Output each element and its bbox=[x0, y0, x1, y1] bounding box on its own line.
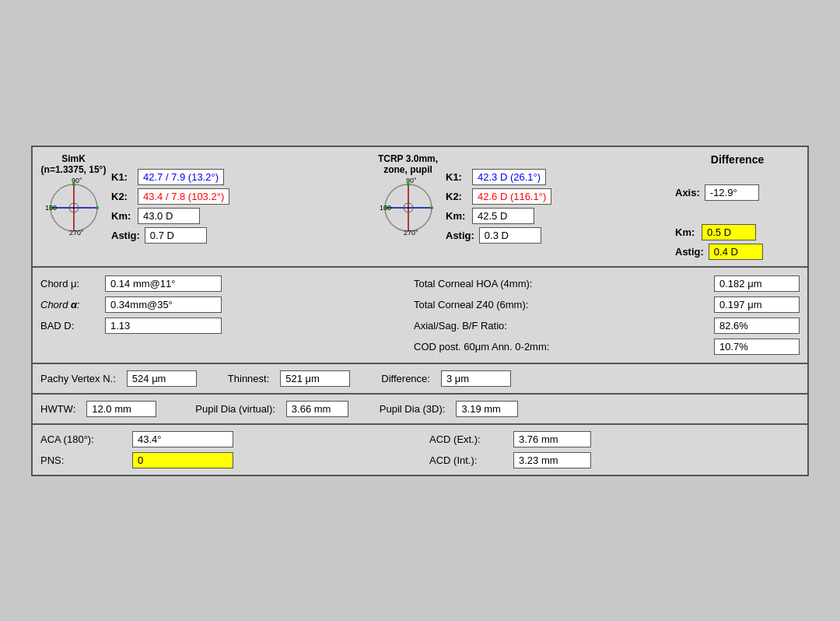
section-metrics: Chord μ: 0.14 mm@11° Chord α: 0.34mm@35°… bbox=[33, 268, 807, 364]
acd-int-label: ACD (Int.): bbox=[429, 454, 507, 466]
aca-label: ACA (180°): bbox=[40, 433, 126, 445]
tcrp-k2-value: 42.6 D (116.1°) bbox=[472, 188, 551, 205]
z40-label: Total Corneal Z40 (6mm): bbox=[414, 299, 708, 310]
pns-row: PNS: 0 bbox=[40, 452, 429, 468]
diff-axis-value: -12.9° bbox=[705, 184, 759, 201]
tcrp-k1-label: K1: bbox=[446, 171, 467, 183]
acd-int-row: ACD (Int.): 3.23 mm bbox=[429, 452, 800, 468]
simk-astig-row: Astig: 0.7 D bbox=[111, 227, 229, 244]
pachy-diff-label: Difference: bbox=[381, 373, 430, 384]
chord-alpha-label: Chord α: bbox=[40, 299, 99, 310]
pachy-diff-value: 3 μm bbox=[441, 370, 511, 387]
aca-left: ACA (180°): 43.4° PNS: 0 bbox=[40, 431, 429, 468]
chord-mu-label: Chord μ: bbox=[40, 278, 99, 289]
pupil-3d-value: 3.19 mm bbox=[456, 401, 518, 417]
svg-text:270°: 270° bbox=[404, 229, 418, 237]
thinnest-label: Thinnest: bbox=[228, 373, 269, 384]
hoa-value: 0.182 μm bbox=[714, 275, 800, 292]
svg-point-19 bbox=[383, 206, 387, 209]
cod-label: COD post. 60μm Ann. 0-2mm: bbox=[414, 341, 708, 353]
chord-mu-row: Chord μ: 0.14 mm@11° bbox=[40, 275, 398, 292]
section-hwtw: HWTW: 12.0 mm Pupil Dia (virtual): 3.66 … bbox=[33, 395, 807, 425]
svg-point-8 bbox=[96, 206, 99, 209]
pachy-label: Pachy Vertex N.: bbox=[40, 373, 116, 384]
simk-astig-label: Astig: bbox=[111, 230, 140, 241]
chord-alpha-row: Chord α: 0.34mm@35° bbox=[40, 296, 398, 313]
diff-astig-value: 0.4 D bbox=[709, 244, 763, 260]
simk-k1-value: 42.7 / 7.9 (13.2°) bbox=[138, 169, 224, 185]
section-aca: ACA (180°): 43.4° PNS: 0 ACD (Ext.): 3.7… bbox=[33, 425, 807, 475]
z40-row: Total Corneal Z40 (6mm): 0.197 μm bbox=[414, 296, 800, 313]
pupil-virtual-label: Pupil Dia (virtual): bbox=[195, 403, 275, 415]
z40-value: 0.197 μm bbox=[714, 296, 800, 313]
hoa-row: Total Corneal HOA (4mm): 0.182 μm bbox=[414, 275, 800, 292]
simk-km-label: Km: bbox=[111, 210, 133, 222]
simk-k2-row: K2: 43.4 / 7.8 (103.2°) bbox=[111, 188, 229, 205]
diff-block: Difference Axis: -12.9° Km: 0.5 D Astig:… bbox=[675, 153, 800, 260]
bf-label: Axial/Sag. B/F Ratio: bbox=[414, 320, 708, 332]
tcrp-astig-label: Astig: bbox=[446, 230, 474, 241]
svg-point-17 bbox=[407, 183, 410, 186]
tcrp-km-label: Km: bbox=[446, 210, 467, 222]
tcrp-k1-value: 42.3 D (26.1°) bbox=[472, 169, 546, 185]
acd-int-value: 3.23 mm bbox=[513, 452, 591, 468]
acd-ext-value: 3.76 mm bbox=[513, 431, 591, 447]
tcrp-k2-row: K2: 42.6 D (116.1°) bbox=[446, 188, 551, 205]
metrics-col-left: Chord μ: 0.14 mm@11° Chord α: 0.34mm@35°… bbox=[40, 275, 414, 355]
tcrp-k2-label: K2: bbox=[446, 191, 467, 202]
hoa-label: Total Corneal HOA (4mm): bbox=[414, 278, 708, 289]
svg-point-9 bbox=[49, 206, 52, 209]
bad-d-label: BAD D: bbox=[40, 320, 99, 332]
acd-ext-label: ACD (Ext.): bbox=[429, 433, 507, 445]
diff-astig-label: Astig: bbox=[675, 246, 704, 258]
diff-title: Difference bbox=[675, 153, 800, 166]
pupil-virtual-value: 3.66 mm bbox=[286, 401, 348, 417]
diff-km-label: Km: bbox=[675, 226, 697, 238]
simk-k2-value: 43.4 / 7.8 (103.2°) bbox=[138, 188, 229, 205]
aca-value: 43.4° bbox=[132, 431, 233, 447]
simk-block: SimK (n=1.3375, 15°) 90° 180 270° bbox=[40, 153, 367, 244]
bf-value: 82.6% bbox=[714, 318, 800, 334]
hwtw-value: 12.0 mm bbox=[86, 401, 156, 417]
tcrp-km-row: Km: 42.5 D bbox=[446, 208, 551, 224]
simk-k1-row: K1: 42.7 / 7.9 (13.2°) bbox=[111, 169, 229, 185]
cod-row: COD post. 60μm Ann. 0-2mm: 10.7% bbox=[414, 339, 800, 355]
chord-alpha-value: 0.34mm@35° bbox=[105, 296, 222, 313]
section-pachy: Pachy Vertex N.: 524 μm Thinnest: 521 μm… bbox=[33, 364, 807, 395]
bf-row: Axial/Sag. B/F Ratio: 82.6% bbox=[414, 318, 800, 334]
tcrp-block: TCRP 3.0mm, zone, pupil 90° 180 270° K1: bbox=[375, 153, 670, 244]
hwtw-label: HWTW: bbox=[40, 403, 75, 415]
cod-value: 10.7% bbox=[714, 339, 800, 355]
thinnest-value: 521 μm bbox=[280, 370, 350, 387]
pachy-value: 524 μm bbox=[127, 370, 197, 387]
tcrp-km-value: 42.5 D bbox=[472, 208, 534, 224]
bad-d-value: 1.13 bbox=[105, 318, 222, 334]
tcrp-diagram: 90° 180 270° bbox=[377, 177, 439, 239]
simk-kv-rows: K1: 42.7 / 7.9 (13.2°) K2: 43.4 / 7.8 (1… bbox=[111, 153, 229, 244]
pns-value: 0 bbox=[132, 452, 233, 468]
pns-label: PNS: bbox=[40, 454, 126, 466]
aca-right: ACD (Ext.): 3.76 mm ACD (Int.): 3.23 mm bbox=[429, 431, 800, 468]
metrics-col-right: Total Corneal HOA (4mm): 0.182 μm Total … bbox=[414, 275, 800, 355]
svg-point-7 bbox=[72, 183, 75, 186]
tcrp-kv-rows: K1: 42.3 D (26.1°) K2: 42.6 D (116.1°) K… bbox=[446, 153, 551, 244]
diff-astig-row: Astig: 0.4 D bbox=[675, 244, 800, 260]
main-container: SimK (n=1.3375, 15°) 90° 180 270° bbox=[31, 146, 809, 476]
simk-k1-label: K1: bbox=[111, 171, 133, 183]
svg-text:270°: 270° bbox=[69, 229, 84, 237]
aca-row: ACA (180°): 43.4° bbox=[40, 431, 429, 447]
simk-astig-value: 0.7 D bbox=[145, 227, 207, 244]
tcrp-k1-row: K1: 42.3 D (26.1°) bbox=[446, 169, 551, 185]
chord-mu-value: 0.14 mm@11° bbox=[105, 275, 222, 292]
tcrp-title: TCRP 3.0mm, zone, pupil bbox=[375, 153, 441, 175]
simk-k2-label: K2: bbox=[111, 191, 133, 202]
simk-diagram: 90° 180 270° bbox=[43, 177, 105, 239]
diff-km-value: 0.5 D bbox=[702, 224, 756, 240]
tcrp-astig-value: 0.3 D bbox=[479, 227, 541, 244]
diff-vals: Axis: -12.9° Km: 0.5 D Astig: 0.4 D bbox=[675, 169, 800, 260]
svg-point-18 bbox=[430, 206, 433, 209]
simk-km-value: 43.0 D bbox=[138, 208, 200, 224]
bad-d-row: BAD D: 1.13 bbox=[40, 318, 398, 334]
section-simk-tcrp: SimK (n=1.3375, 15°) 90° 180 270° bbox=[33, 147, 807, 268]
diff-km-row: Km: 0.5 D bbox=[675, 224, 800, 240]
